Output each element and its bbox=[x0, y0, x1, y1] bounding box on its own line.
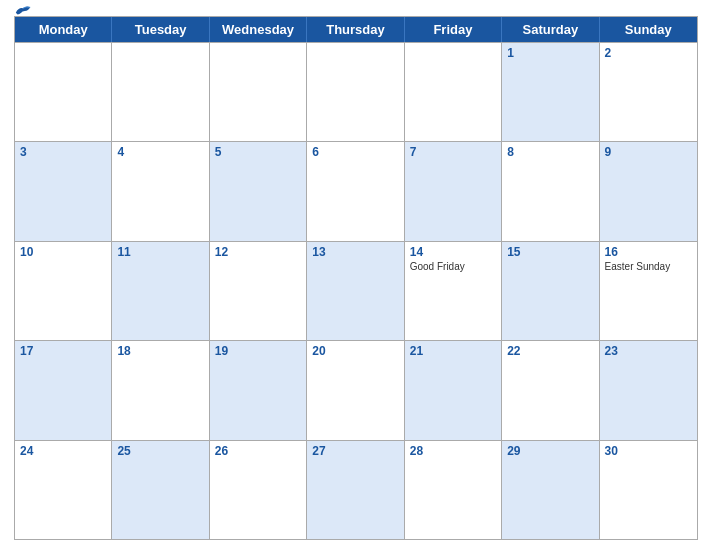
calendar-cell-empty bbox=[307, 43, 404, 141]
day-number: 27 bbox=[312, 444, 398, 460]
calendar-cell-6: 6 bbox=[307, 142, 404, 240]
day-number: 20 bbox=[312, 344, 398, 360]
day-number: 13 bbox=[312, 245, 398, 261]
calendar-cell-29: 29 bbox=[502, 441, 599, 539]
day-number: 30 bbox=[605, 444, 692, 460]
day-number: 22 bbox=[507, 344, 593, 360]
calendar-cell-10: 10 bbox=[15, 242, 112, 340]
calendar-cell-8: 8 bbox=[502, 142, 599, 240]
day-number: 1 bbox=[507, 46, 593, 62]
calendar-cell-7: 7 bbox=[405, 142, 502, 240]
calendar-cell-22: 22 bbox=[502, 341, 599, 439]
day-number: 6 bbox=[312, 145, 398, 161]
calendar-cell-12: 12 bbox=[210, 242, 307, 340]
day-number: 10 bbox=[20, 245, 106, 261]
header-day-saturday: Saturday bbox=[502, 17, 599, 42]
calendar-cell-14: 14Good Friday bbox=[405, 242, 502, 340]
day-number: 9 bbox=[605, 145, 692, 161]
calendar-cell-25: 25 bbox=[112, 441, 209, 539]
calendar-cell-21: 21 bbox=[405, 341, 502, 439]
calendar-cell-empty bbox=[210, 43, 307, 141]
day-number: 25 bbox=[117, 444, 203, 460]
calendar-cell-24: 24 bbox=[15, 441, 112, 539]
calendar-week-1: 3456789 bbox=[15, 141, 697, 240]
calendar-cell-18: 18 bbox=[112, 341, 209, 439]
calendar-cell-5: 5 bbox=[210, 142, 307, 240]
day-number: 26 bbox=[215, 444, 301, 460]
day-number: 17 bbox=[20, 344, 106, 360]
calendar-cell-15: 15 bbox=[502, 242, 599, 340]
day-number: 18 bbox=[117, 344, 203, 360]
day-number: 23 bbox=[605, 344, 692, 360]
header-day-tuesday: Tuesday bbox=[112, 17, 209, 42]
calendar-week-0: 12 bbox=[15, 42, 697, 141]
calendar-cell-26: 26 bbox=[210, 441, 307, 539]
day-number: 5 bbox=[215, 145, 301, 161]
day-number: 14 bbox=[410, 245, 496, 261]
calendar-grid: MondayTuesdayWednesdayThursdayFridaySatu… bbox=[14, 16, 698, 540]
day-number: 28 bbox=[410, 444, 496, 460]
calendar-cell-1: 1 bbox=[502, 43, 599, 141]
calendar-cell-empty bbox=[15, 43, 112, 141]
header-day-monday: Monday bbox=[15, 17, 112, 42]
calendar-cell-2: 2 bbox=[600, 43, 697, 141]
calendar-cell-19: 19 bbox=[210, 341, 307, 439]
calendar-page: MondayTuesdayWednesdayThursdayFridaySatu… bbox=[0, 0, 712, 550]
day-event: Easter Sunday bbox=[605, 261, 692, 273]
day-number: 3 bbox=[20, 145, 106, 161]
calendar-cell-4: 4 bbox=[112, 142, 209, 240]
day-number: 12 bbox=[215, 245, 301, 261]
day-number: 11 bbox=[117, 245, 203, 261]
calendar-cell-23: 23 bbox=[600, 341, 697, 439]
day-number: 7 bbox=[410, 145, 496, 161]
calendar-header-row: MondayTuesdayWednesdayThursdayFridaySatu… bbox=[15, 17, 697, 42]
header-day-sunday: Sunday bbox=[600, 17, 697, 42]
day-number: 29 bbox=[507, 444, 593, 460]
calendar-cell-empty bbox=[405, 43, 502, 141]
day-number: 16 bbox=[605, 245, 692, 261]
header-day-thursday: Thursday bbox=[307, 17, 404, 42]
logo-bird-icon bbox=[14, 3, 32, 17]
logo bbox=[14, 3, 34, 17]
logo-blue bbox=[14, 3, 34, 17]
calendar-cell-13: 13 bbox=[307, 242, 404, 340]
calendar-cell-9: 9 bbox=[600, 142, 697, 240]
calendar-cell-3: 3 bbox=[15, 142, 112, 240]
day-number: 24 bbox=[20, 444, 106, 460]
calendar-cell-20: 20 bbox=[307, 341, 404, 439]
header-day-friday: Friday bbox=[405, 17, 502, 42]
calendar-week-3: 17181920212223 bbox=[15, 340, 697, 439]
day-event: Good Friday bbox=[410, 261, 496, 273]
calendar-cell-11: 11 bbox=[112, 242, 209, 340]
day-number: 4 bbox=[117, 145, 203, 161]
calendar-cell-empty bbox=[112, 43, 209, 141]
header-day-wednesday: Wednesday bbox=[210, 17, 307, 42]
calendar-cell-30: 30 bbox=[600, 441, 697, 539]
calendar-cell-27: 27 bbox=[307, 441, 404, 539]
day-number: 19 bbox=[215, 344, 301, 360]
day-number: 2 bbox=[605, 46, 692, 62]
calendar-body: 1234567891011121314Good Friday1516Easter… bbox=[15, 42, 697, 539]
calendar-cell-28: 28 bbox=[405, 441, 502, 539]
calendar-week-2: 1011121314Good Friday1516Easter Sunday bbox=[15, 241, 697, 340]
calendar-cell-17: 17 bbox=[15, 341, 112, 439]
day-number: 15 bbox=[507, 245, 593, 261]
calendar-week-4: 24252627282930 bbox=[15, 440, 697, 539]
day-number: 21 bbox=[410, 344, 496, 360]
calendar-cell-16: 16Easter Sunday bbox=[600, 242, 697, 340]
day-number: 8 bbox=[507, 145, 593, 161]
